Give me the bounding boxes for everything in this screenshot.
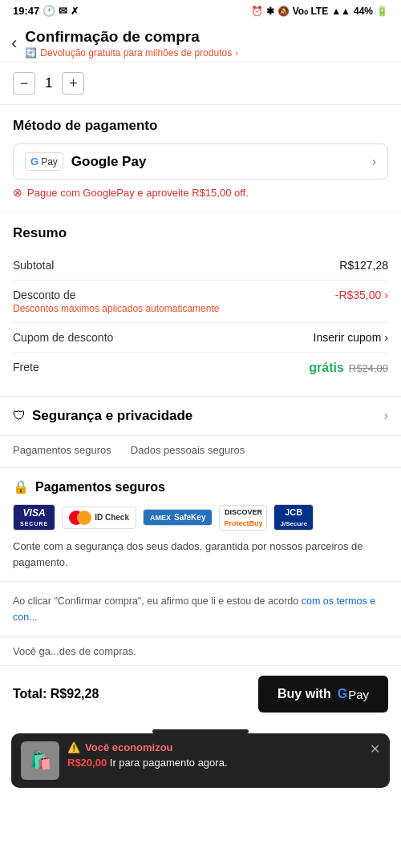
- you-save-suffix: des de compras.: [59, 645, 136, 657]
- you-save-text: Você ga: [13, 645, 51, 657]
- agreement-section: Ao clicar "Confirmar compra", eu afirmo …: [0, 582, 401, 637]
- back-button[interactable]: ‹: [11, 33, 17, 54]
- toast-title-row: ⚠️ Você economizou: [67, 741, 362, 753]
- discover-label: ProtectBuy: [224, 519, 262, 527]
- total-display: Total: R$92,28: [13, 687, 99, 701]
- toast-product-image: 🛍️: [21, 741, 59, 780]
- toast-body-suffix: Ir para pagamento agora.: [110, 757, 228, 769]
- coupon-value[interactable]: Inserir cupom ›: [314, 331, 388, 344]
- toast-title-text: Você economizou: [85, 741, 173, 753]
- quantity-value: 1: [45, 75, 52, 91]
- coupon-row[interactable]: Cupom de desconto Inserir cupom ›: [13, 323, 388, 353]
- payment-method-selector[interactable]: GPay Google Pay ›: [13, 143, 388, 180]
- shipping-value: grátis R$24,00: [309, 361, 388, 375]
- page-header: ‹ Confirmação de compra 🔄 Devolução grat…: [0, 22, 401, 63]
- increase-quantity-button[interactable]: +: [62, 72, 84, 95]
- mc-circles: [69, 511, 91, 525]
- security-section-toggle[interactable]: 🛡 Segurança e privacidade ›: [0, 397, 401, 436]
- amex-logo: AMEX: [150, 514, 171, 522]
- agreement-text: Ao clicar "Confirmar compra", eu afirmo …: [13, 595, 302, 607]
- discount-chevron: ›: [384, 289, 388, 301]
- time-display: 19:47: [13, 5, 39, 17]
- signal-icon: Vo₀ LTE: [293, 6, 329, 17]
- promo-text: Pague com GooglePay e aproveite R$15,00 …: [27, 187, 249, 199]
- security-chevron: ›: [384, 409, 388, 423]
- badges-title-text: Pagamentos seguros: [35, 480, 165, 495]
- promo-icon: ⊗: [13, 186, 22, 199]
- security-sub-payments: Pagamentos seguros: [13, 444, 111, 456]
- jcb-label: J/Secure: [280, 520, 306, 527]
- jcb-logo: JCB: [285, 507, 302, 517]
- coupon-label: Cupom de desconto: [13, 331, 113, 344]
- security-title: Segurança e privacidade: [32, 408, 192, 424]
- free-return-icon: 🔄: [25, 47, 37, 59]
- mc-label: ID Check: [95, 513, 129, 522]
- secure-description: Conte com a segurança dos seus dados, ga…: [13, 539, 388, 570]
- visa-badge: VISA SECURE: [13, 504, 55, 531]
- discover-logo: DISCOVER: [225, 508, 262, 516]
- decrease-quantity-button[interactable]: −: [13, 72, 35, 95]
- shield-icon: 🛡: [13, 409, 26, 423]
- status-time: 19:47 🕐 ✉ ✗: [13, 5, 79, 17]
- home-indicator: [152, 729, 249, 733]
- amex-badge: AMEX SafeKey: [143, 509, 213, 526]
- shipping-row: Frete grátis R$24,00: [13, 353, 388, 383]
- security-sub-items: Pagamentos seguros Dados pessoais seguro…: [0, 436, 401, 468]
- visa-text: VISA: [23, 508, 46, 518]
- payment-left: GPay Google Pay: [25, 152, 146, 171]
- payment-badges-row: VISA SECURE ID Check AMEX SafeKey DISCOV…: [13, 504, 388, 531]
- buy-label: Buy with: [277, 687, 331, 701]
- summary-section: Resumo Subtotal R$127,28 Desconto de Des…: [0, 212, 401, 397]
- discount-amount: -R$35,00: [335, 289, 382, 301]
- coupon-chevron: ›: [384, 331, 388, 344]
- toast-amount: R$20,00: [67, 757, 107, 769]
- discount-value: -R$35,00 ›: [335, 289, 388, 301]
- security-title-row: 🛡 Segurança e privacidade: [13, 408, 192, 424]
- shipping-label: Frete: [13, 361, 39, 373]
- subtotal-label: Subtotal: [13, 259, 54, 272]
- payment-chevron: ›: [372, 155, 376, 169]
- page-title: Confirmação de compra: [25, 28, 237, 46]
- secure-icon: 🔒: [13, 479, 29, 495]
- coupon-text: Inserir cupom: [314, 331, 382, 344]
- toast-close-button[interactable]: ✕: [370, 741, 380, 757]
- gpay-btn-logo: GPay: [338, 687, 369, 701]
- quantity-row: − 1 +: [0, 63, 401, 105]
- mastercard-badge: ID Check: [62, 507, 136, 529]
- toast-body-text: R$20,00 Ir para pagamento agora.: [67, 755, 362, 771]
- visa-secure-text: SECURE: [20, 521, 48, 527]
- clock-icon: 🕐: [43, 5, 55, 17]
- free-return-text: Devolução gratuita para milhões de produ…: [40, 47, 232, 59]
- you-save-ellipsis: ...: [51, 645, 59, 657]
- subtotal-value: R$127,28: [339, 259, 388, 272]
- discount-sub[interactable]: Descontos máximos aplicados automaticame…: [13, 303, 219, 314]
- discount-label-col: Desconto de Descontos máximos aplicados …: [13, 289, 219, 314]
- buy-with-gpay-button[interactable]: Buy with GPay: [258, 676, 388, 713]
- status-indicators: ⏰ ✱ 🔕 Vo₀ LTE ▲▲ 44% 🔋: [251, 6, 388, 17]
- jcb-badge: JCB J/Secure: [273, 504, 313, 531]
- security-sub-data: Dados pessoais seguros: [131, 444, 245, 456]
- summary-title: Resumo: [13, 225, 388, 241]
- bluetooth-icon: ✱: [266, 6, 274, 17]
- payment-method-section: Método de pagamento GPay Google Pay › ⊗ …: [0, 105, 401, 212]
- secure-payments-section: 🔒 Pagamentos seguros VISA SECURE ID Chec…: [0, 468, 401, 582]
- gpay-g: G: [338, 687, 347, 701]
- payment-section-title: Método de pagamento: [13, 118, 388, 134]
- battery-icon: 🔋: [376, 6, 388, 17]
- free-return-banner[interactable]: 🔄 Devolução gratuita para milhões de pro…: [25, 47, 237, 59]
- shipping-free: grátis: [309, 361, 344, 375]
- gpay-pay: Pay: [348, 688, 369, 701]
- mc-circle-orange: [77, 511, 91, 525]
- secure-payments-title: 🔒 Pagamentos seguros: [13, 479, 388, 495]
- subtotal-row: Subtotal R$127,28: [13, 251, 388, 281]
- discount-row: Desconto de Descontos máximos aplicados …: [13, 281, 388, 323]
- notification-icon: ✉: [59, 5, 67, 17]
- discount-label: Desconto de: [13, 289, 219, 301]
- toast-warning-icon: ⚠️: [67, 741, 80, 753]
- header-text: Confirmação de compra 🔄 Devolução gratui…: [25, 28, 237, 59]
- payment-name: Google Pay: [71, 154, 147, 170]
- toast-content: ⚠️ Você economizou R$20,00 Ir para pagam…: [67, 741, 362, 771]
- bottom-bar: Total: R$92,28 Buy with GPay: [0, 665, 401, 722]
- discover-badge: DISCOVER ProtectBuy: [219, 505, 267, 531]
- twitter-icon: ✗: [71, 6, 79, 17]
